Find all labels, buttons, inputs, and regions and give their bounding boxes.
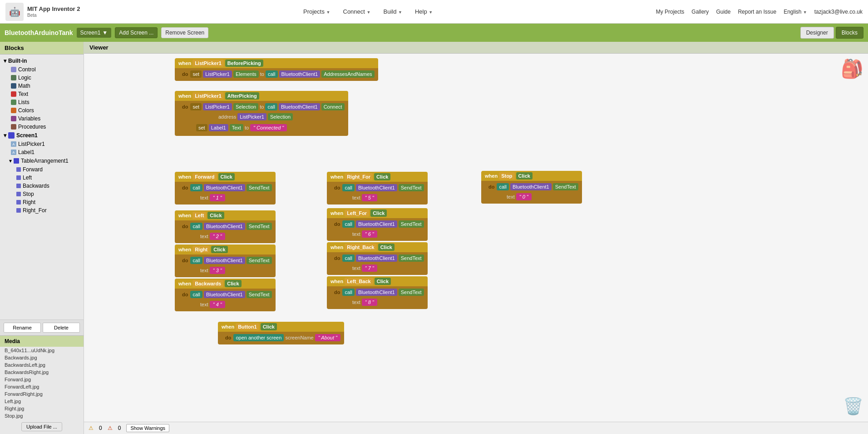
right-click-block[interactable]: when Right Click do call BluetoothClient… bbox=[175, 244, 276, 277]
set-comp-1[interactable]: ListPicker1 bbox=[203, 70, 232, 78]
button1-click-trigger[interactable]: Click bbox=[261, 323, 277, 330]
builtin-section[interactable]: ▾ Built-in bbox=[0, 56, 84, 65]
menu-build[interactable]: Build ▼ bbox=[380, 6, 404, 17]
screen1-button[interactable]: Screen1 ▼ bbox=[77, 28, 112, 38]
text-prop[interactable]: Text bbox=[230, 124, 243, 131]
listpicker1-comp1[interactable]: ListPicker1 bbox=[192, 60, 224, 67]
left-click-trigger[interactable]: Click bbox=[207, 212, 224, 219]
right-for-item[interactable]: Right_For bbox=[0, 206, 84, 215]
after-picking-trigger[interactable]: AfterPicking bbox=[225, 92, 259, 100]
builtin-logic[interactable]: Logic bbox=[0, 74, 84, 82]
right-for-comp[interactable]: Right_For bbox=[345, 173, 373, 180]
addresses-method[interactable]: AddressesAndNames bbox=[321, 70, 374, 78]
media-item[interactable]: Stop.jpg bbox=[0, 412, 84, 419]
forward-click-block[interactable]: when Forward Click do call BluetoothClie… bbox=[175, 172, 276, 205]
before-picking-trigger[interactable]: BeforePicking bbox=[225, 60, 263, 67]
backpack-icon[interactable]: 🎒 bbox=[841, 58, 863, 80]
menu-connect[interactable]: Connect ▼ bbox=[340, 6, 374, 17]
nav-guide[interactable]: Guide bbox=[716, 9, 730, 15]
right-comp[interactable]: Right bbox=[192, 246, 210, 253]
builtin-lists[interactable]: Lists bbox=[0, 98, 84, 106]
left-for-click-trigger[interactable]: Click bbox=[370, 210, 387, 217]
selection-prop-2b[interactable]: Selection bbox=[268, 113, 293, 120]
listpicker1-comp2[interactable]: ListPicker1 bbox=[192, 92, 224, 100]
right-back-click-block[interactable]: when Right_Back Click do call BluetoothC… bbox=[327, 242, 428, 275]
right-item[interactable]: Right bbox=[0, 198, 84, 206]
media-item[interactable]: B_640x11...uUdNk.jpg bbox=[0, 347, 84, 354]
selection-prop[interactable]: Selection bbox=[233, 103, 258, 110]
left-back-click-trigger[interactable]: Click bbox=[375, 278, 391, 285]
screen1-section[interactable]: ▾ Screen1 bbox=[0, 131, 84, 140]
set-elements[interactable]: Elements bbox=[233, 70, 259, 78]
before-picking-block[interactable]: when ListPicker1 BeforePicking do set Li… bbox=[175, 58, 378, 81]
left-item[interactable]: Left bbox=[0, 174, 84, 182]
right-for-click-trigger[interactable]: Click bbox=[374, 173, 390, 180]
trash-icon[interactable]: 🗑️ bbox=[843, 397, 863, 416]
nav-gallery[interactable]: Gallery bbox=[691, 9, 709, 15]
left-comp[interactable]: Left bbox=[192, 212, 206, 219]
designer-button[interactable]: Designer bbox=[800, 27, 834, 39]
media-item[interactable]: BackwardsLeft.jpg bbox=[0, 361, 84, 369]
after-picking-block[interactable]: when ListPicker1 AfterPicking do set Lis… bbox=[175, 91, 348, 136]
media-item[interactable]: Forward.jpg bbox=[0, 376, 84, 383]
label1-comp[interactable]: Label1 bbox=[209, 124, 228, 131]
media-item[interactable]: BackwardsRight.jpg bbox=[0, 369, 84, 376]
forward-comp[interactable]: Forward bbox=[192, 173, 217, 180]
left-click-block[interactable]: when Left Click do call BluetoothClient1… bbox=[175, 210, 276, 243]
builtin-text[interactable]: Text bbox=[0, 90, 84, 98]
right-back-comp[interactable]: Right_Back bbox=[345, 244, 377, 251]
blocks-canvas[interactable]: 🎒 when ListPicker1 BeforePicking do set … bbox=[84, 54, 868, 434]
bt-client-1[interactable]: BluetoothClient1 bbox=[279, 70, 321, 78]
left-back-comp[interactable]: Left_Back bbox=[345, 278, 373, 285]
blocks-tree[interactable]: ▾ Built-in Control Logic Math T bbox=[0, 55, 84, 319]
listpicker1-item[interactable]: A ListPicker1 bbox=[0, 140, 84, 148]
backwards-item[interactable]: Backwards bbox=[0, 182, 84, 190]
connect-method[interactable]: Connect bbox=[321, 103, 345, 110]
builtin-control[interactable]: Control bbox=[0, 65, 84, 74]
right-for-click-block[interactable]: when Right_For Click do call BluetoothCl… bbox=[327, 172, 428, 205]
media-item[interactable]: Right.jpg bbox=[0, 405, 84, 412]
backwards-click-block[interactable]: when Backwards Click do call BluetoothCl… bbox=[175, 279, 276, 311]
left-back-click-block[interactable]: when Left_Back Click do call BluetoothCl… bbox=[327, 276, 428, 309]
nav-report[interactable]: Report an Issue bbox=[738, 9, 776, 15]
label1-item[interactable]: A Label1 bbox=[0, 148, 84, 156]
media-item[interactable]: ForwardRight.jpg bbox=[0, 390, 84, 398]
builtin-procedures[interactable]: Procedures bbox=[0, 123, 84, 131]
bt-client-2a[interactable]: BluetoothClient1 bbox=[279, 103, 320, 110]
menu-projects[interactable]: Projects ▼ bbox=[301, 6, 333, 17]
builtin-colors[interactable]: Colors bbox=[0, 106, 84, 115]
blocks-button[interactable]: Blocks bbox=[836, 27, 863, 39]
backwards-comp[interactable]: Backwards bbox=[192, 280, 223, 287]
show-warnings-button[interactable]: Show Warnings bbox=[126, 424, 169, 432]
nav-my-projects[interactable]: My Projects bbox=[656, 9, 685, 15]
delete-button[interactable]: Delete bbox=[43, 323, 80, 333]
tablearrangement1-item[interactable]: ▾ TableArrangement1 bbox=[0, 156, 84, 165]
remove-screen-button[interactable]: Remove Screen bbox=[161, 27, 208, 38]
left-for-click-block[interactable]: when Left_For Click do call BluetoothCli… bbox=[327, 208, 428, 241]
stop-click-trigger[interactable]: Click bbox=[516, 172, 533, 180]
backwards-click-trigger[interactable]: Click bbox=[225, 280, 241, 287]
stop-item[interactable]: Stop bbox=[0, 190, 84, 198]
nav-language[interactable]: English ▼ bbox=[784, 9, 807, 15]
left-for-comp[interactable]: Left_For bbox=[345, 210, 369, 217]
media-item[interactable]: ForwardLeft.jpg bbox=[0, 383, 84, 390]
listpicker1-2b[interactable]: ListPicker1 bbox=[237, 113, 266, 120]
add-screen-button[interactable]: Add Screen ... bbox=[115, 27, 158, 38]
menu-help[interactable]: Help ▼ bbox=[412, 6, 435, 17]
builtin-variables[interactable]: Variables bbox=[0, 115, 84, 123]
forward-click-trigger[interactable]: Click bbox=[218, 173, 235, 180]
rename-button[interactable]: Rename bbox=[4, 323, 41, 333]
stop-click-block[interactable]: when Stop Click do call BluetoothClient1… bbox=[481, 171, 582, 204]
stop-comp[interactable]: Stop bbox=[499, 172, 514, 180]
set-comp-2a[interactable]: ListPicker1 bbox=[203, 103, 232, 110]
nav-user[interactable]: tazjack3@live.co.uk bbox=[814, 9, 863, 15]
right-click-trigger[interactable]: Click bbox=[211, 246, 227, 253]
media-list[interactable]: B_640x11...uUdNk.jpg Backwards.jpg Backw… bbox=[0, 347, 84, 419]
right-back-click-trigger[interactable]: Click bbox=[378, 244, 395, 251]
media-item[interactable]: Left.jpg bbox=[0, 398, 84, 405]
builtin-math[interactable]: Math bbox=[0, 82, 84, 90]
button1-click-block[interactable]: when Button1 Click do open another scree… bbox=[218, 322, 344, 344]
button1-comp[interactable]: Button1 bbox=[236, 323, 259, 330]
media-item[interactable]: Backwards.jpg bbox=[0, 354, 84, 361]
forward-item[interactable]: Forward bbox=[0, 165, 84, 174]
